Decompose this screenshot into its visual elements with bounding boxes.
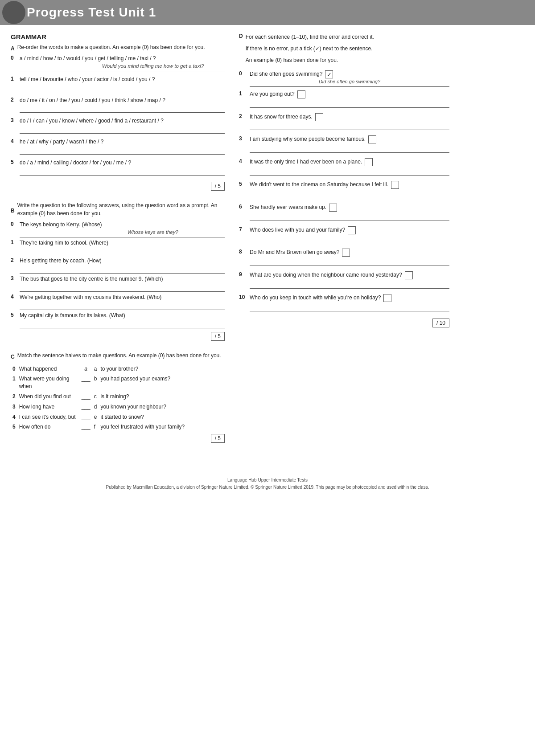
item-d9-content: What are you doing when the neighbour ca… bbox=[250, 271, 449, 290]
match-blank-4[interactable]: ___ bbox=[80, 412, 92, 422]
item-b5-num: 5 bbox=[11, 312, 17, 318]
item-d7-answer-line[interactable] bbox=[250, 235, 449, 243]
item-d10-row: Who do you keep in touch with while you'… bbox=[250, 294, 449, 302]
match-row-5: 5 How often do ___ f you feel frustrated… bbox=[11, 422, 225, 432]
section-d-item-8: 8 Do Mr and Mrs Brown often go away? bbox=[239, 249, 449, 268]
match-row-3: 3 How long have ___ d you known your nei… bbox=[11, 402, 225, 412]
section-c: C Match the sentence halves to make ques… bbox=[11, 351, 225, 447]
section-d-item-1: 1 Are you going out? bbox=[239, 90, 449, 110]
item-b1-num: 1 bbox=[11, 239, 17, 245]
item-d4-checkbox[interactable] bbox=[365, 158, 373, 166]
item-d7-checkbox[interactable] bbox=[348, 226, 356, 234]
item-d8-text: Do Mr and Mrs Brown often go away? bbox=[250, 249, 339, 256]
section-d-item-5: 5 We didn't went to the cinema on Saturd… bbox=[239, 181, 449, 200]
match-blank-3[interactable]: ___ bbox=[80, 402, 92, 412]
item-d3-text: I am studying why some people become fam… bbox=[250, 135, 366, 143]
item-d8-answer-line[interactable] bbox=[250, 258, 449, 266]
footer-line1: Language Hub Upper Intermediate Tests bbox=[0, 477, 535, 484]
item-d6-checkbox[interactable] bbox=[329, 204, 337, 212]
section-a-item-4: 4 he / at / why / party / wasn't / the /… bbox=[11, 138, 225, 155]
item-a4-text: he / at / why / party / wasn't / the / ? bbox=[20, 138, 225, 146]
match-num-3: 3 bbox=[11, 402, 17, 412]
item-b3-num: 3 bbox=[11, 275, 17, 282]
item-d9-checkbox[interactable] bbox=[405, 271, 413, 279]
item-d10-answer-line[interactable] bbox=[250, 303, 449, 311]
item-a0-text: a / mind / how / to / would / you / get … bbox=[20, 55, 225, 62]
match-letter-b: b bbox=[92, 374, 99, 392]
item-b0-text: The keys belong to Kerry. (Whose) bbox=[20, 221, 225, 229]
item-d7-text: Who does live with you and your family? bbox=[250, 226, 345, 234]
item-b0-answer: Whose keys are they? bbox=[20, 229, 225, 237]
item-a2-answer-line[interactable] bbox=[20, 105, 225, 113]
item-b5-answer-line[interactable] bbox=[20, 320, 225, 328]
item-d3-checkbox[interactable] bbox=[368, 135, 376, 143]
item-d10-content: Who do you keep in touch with while you'… bbox=[250, 294, 449, 313]
match-right-b: you had passed your exams? bbox=[99, 374, 225, 392]
item-d6-row: She hardly ever wears make up. bbox=[250, 204, 449, 212]
match-blank-2[interactable]: ___ bbox=[80, 392, 92, 402]
item-a4-answer-line[interactable] bbox=[20, 147, 225, 155]
item-b0-num: 0 bbox=[11, 221, 17, 227]
item-d4-num: 4 bbox=[239, 158, 247, 164]
match-row-0: 0 What happened a a to your brother? bbox=[11, 364, 225, 374]
match-blank-5[interactable]: ___ bbox=[80, 422, 92, 432]
left-column: GRAMMAR A Re-order the words to make a q… bbox=[11, 33, 225, 454]
match-right-a: to your brother? bbox=[99, 364, 225, 374]
item-d1-content: Are you going out? bbox=[250, 90, 449, 110]
item-b4-answer-line[interactable] bbox=[20, 302, 225, 310]
section-b-item-5: 5 My capital city is famous for its lake… bbox=[11, 312, 225, 328]
match-blank-0: a bbox=[80, 364, 92, 374]
item-d5-checkbox[interactable] bbox=[391, 181, 399, 189]
item-d10-text: Who do you keep in touch with while you'… bbox=[250, 294, 381, 302]
match-blank-1[interactable]: ___ bbox=[80, 374, 92, 392]
item-a3-text: do / I / can / you / know / where / good… bbox=[20, 117, 225, 125]
item-d2-checkbox[interactable] bbox=[315, 113, 323, 121]
item-d9-num: 9 bbox=[239, 271, 247, 278]
item-d1-answer-line[interactable] bbox=[250, 100, 449, 108]
item-d1-checkbox[interactable] bbox=[297, 90, 305, 98]
section-d-score: / 10 bbox=[432, 319, 449, 327]
section-a: A Re-order the words to make a question.… bbox=[11, 43, 225, 194]
match-letter-d: d bbox=[92, 402, 99, 412]
item-d0-row: Did she often goes swimming? ✓ bbox=[250, 70, 449, 79]
footer: Language Hub Upper Intermediate Tests Pu… bbox=[0, 477, 535, 496]
item-a5-answer-line[interactable] bbox=[20, 168, 225, 176]
item-d4-answer-line[interactable] bbox=[250, 168, 449, 176]
item-d5-answer-line[interactable] bbox=[250, 190, 449, 198]
match-letter-e: e bbox=[92, 412, 99, 422]
item-b1-answer-line[interactable] bbox=[20, 247, 225, 255]
section-d-instruction-3: An example (0) has been done for you. bbox=[246, 56, 374, 64]
item-b2-answer-line[interactable] bbox=[20, 266, 225, 274]
item-d9-answer-line[interactable] bbox=[250, 281, 449, 289]
item-a1-text: tell / me / favourite / who / your / act… bbox=[20, 76, 225, 83]
item-a3-num: 3 bbox=[11, 117, 17, 123]
section-a-item-2: 2 do / me / it / on / the / you / could … bbox=[11, 97, 225, 113]
match-table: 0 What happened a a to your brother? 1 W… bbox=[11, 364, 225, 433]
item-d2-row: It has snow for three days. bbox=[250, 113, 449, 122]
item-b4-num: 4 bbox=[11, 294, 17, 300]
item-a2-text: do / me / it / on / the / you / could / … bbox=[20, 97, 225, 104]
item-d9-text: What are you doing when the neighbour ca… bbox=[250, 271, 402, 279]
item-a1-answer-line[interactable] bbox=[20, 84, 225, 92]
header-circle-decoration bbox=[2, 1, 25, 24]
item-d1-row: Are you going out? bbox=[250, 90, 449, 99]
item-d6-answer-line[interactable] bbox=[250, 213, 449, 221]
item-d8-row: Do Mr and Mrs Brown often go away? bbox=[250, 249, 449, 257]
item-d3-answer-line[interactable] bbox=[250, 145, 449, 153]
main-content: GRAMMAR A Re-order the words to make a q… bbox=[0, 25, 535, 459]
item-b2-num: 2 bbox=[11, 257, 17, 263]
item-d2-answer-line[interactable] bbox=[250, 122, 449, 130]
item-d1-num: 1 bbox=[239, 90, 247, 97]
item-a3-answer-line[interactable] bbox=[20, 126, 225, 134]
match-letter-f: f bbox=[92, 422, 99, 432]
item-d4-content: It was the only time I had ever been on … bbox=[250, 158, 449, 177]
section-b-item-1: 1 They're taking him to school. (Where) bbox=[11, 239, 225, 256]
section-a-item-5: 5 do / a / mind / calling / doctor / for… bbox=[11, 159, 225, 176]
match-left-3: How long have bbox=[17, 402, 80, 412]
item-b3-answer-line[interactable] bbox=[20, 284, 225, 292]
item-d8-checkbox[interactable] bbox=[342, 249, 350, 257]
item-d3-row: I am studying why some people become fam… bbox=[250, 135, 449, 144]
section-d-instruction-1: For each sentence (1–10), find the error… bbox=[246, 33, 374, 41]
item-d3-content: I am studying why some people become fam… bbox=[250, 135, 449, 155]
item-d10-checkbox[interactable] bbox=[383, 294, 391, 302]
